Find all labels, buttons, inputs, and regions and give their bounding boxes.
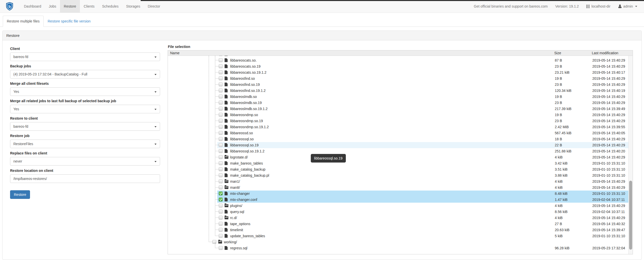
restore-to-client-select[interactable]: bareos-fd — [10, 122, 160, 131]
file-name[interactable]: libbareoscats.so.19.1.2 — [230, 69, 266, 75]
file-checkbox[interactable] — [219, 179, 223, 183]
director-menu[interactable]: localhost-dir — [582, 0, 614, 13]
file-row[interactable]: make_catalog_backup3.51 kiB2019-01-10 15… — [168, 166, 633, 172]
dir-row[interactable]: plugins/4 kiB2019-05-14 15:40:29 — [168, 203, 633, 209]
file-checkbox[interactable] — [219, 101, 223, 104]
file-name[interactable]: timelimit — [230, 227, 243, 233]
file-checkbox[interactable] — [219, 246, 223, 250]
file-checkbox[interactable] — [219, 89, 223, 92]
file-checkbox[interactable] — [219, 155, 223, 159]
file-row[interactable]: libbareosndmp.so.19.1.22.42 MiB2019-05-1… — [168, 124, 633, 130]
merge-related-jobs-select[interactable]: Yes — [10, 105, 160, 113]
file-name[interactable]: make_bareos_tables — [230, 160, 263, 166]
file-name[interactable]: man1/ — [230, 178, 240, 184]
dir-row[interactable]: rc.d/4 kiB2019-05-14 15:40:29 — [168, 215, 633, 221]
file-checkbox[interactable] — [219, 107, 223, 111]
file-checkbox[interactable] — [219, 143, 223, 147]
user-menu[interactable]: admin — [614, 0, 641, 13]
file-row[interactable]: libbareossd.so567.45 kiB2019-05-14 15:40… — [168, 130, 633, 136]
file-row[interactable]: timelimit20.63 kiB2019-05-14 15:39:47 — [168, 227, 633, 233]
file-row[interactable]: libbareossql.so.1922 B2019-05-14 15:40:2… — [168, 142, 633, 148]
file-checkbox[interactable] — [219, 210, 223, 214]
file-name[interactable]: libbareosfind.so — [230, 75, 255, 82]
file-name[interactable]: libbareosndmp.so.19 — [230, 118, 263, 124]
tab-restore-multiple-files[interactable]: Restore multiple files — [3, 16, 44, 27]
nav-item-director[interactable]: Director — [144, 0, 164, 13]
file-name[interactable]: libbareosfind.so.19.1.2 — [230, 88, 266, 94]
replace-files-select[interactable]: never — [10, 157, 160, 166]
file-checkbox[interactable] — [219, 149, 223, 153]
file-checkbox[interactable] — [219, 234, 223, 238]
file-name[interactable]: libbareoscats.so.19 — [230, 63, 261, 69]
nav-item-storages[interactable]: Storages — [122, 0, 144, 13]
file-checkbox[interactable] — [219, 64, 223, 68]
file-checkbox[interactable] — [219, 222, 223, 226]
file-name[interactable]: libbareosndmp.so.19.1.2 — [230, 124, 269, 130]
file-checkbox[interactable] — [219, 137, 223, 141]
file-checkbox[interactable] — [219, 56, 223, 56]
file-name[interactable]: plugins/ — [230, 203, 242, 209]
file-row[interactable]: libbareosndmp.so19 B2019-05-14 15:40:29 — [168, 112, 633, 118]
dir-row[interactable]: man8/4 kiB2019-05-14 15:40:29 — [168, 184, 633, 191]
dir-row[interactable]: man1/4 kiB2019-05-14 15:40:29 — [168, 178, 633, 184]
file-checkbox[interactable] — [219, 228, 223, 232]
dir-row[interactable]: working/ — [168, 239, 633, 245]
file-checkbox[interactable] — [219, 204, 223, 207]
file-checkbox[interactable] — [219, 119, 223, 123]
file-row[interactable]: mtx-changer.conf1.47 kiB2019-02-04 10:37… — [168, 197, 633, 203]
file-name[interactable]: query.sql — [230, 209, 244, 215]
file-name[interactable]: make_catalog_backup — [230, 166, 265, 172]
file-row[interactable]: libbareosfind.so.1923 B2019-05-14 15:40:… — [168, 82, 633, 88]
restore-job-select[interactable]: RestoreFiles — [10, 140, 160, 148]
file-name[interactable]: update_bareos_tables — [230, 233, 265, 239]
file-row[interactable]: libbareoscats.so.1923 B2019-05-14 15:40:… — [168, 63, 633, 69]
file-checkbox[interactable] — [219, 198, 223, 201]
file-name[interactable]: libbareossd.so — [230, 130, 253, 136]
nav-item-restore[interactable]: Restore — [60, 0, 80, 13]
file-row[interactable]: regress.sql96.28 kiB2019-05-23 17:32:04 — [168, 245, 633, 251]
file-row[interactable]: libbareosndmp.so.1923 B2019-05-14 15:40:… — [168, 118, 633, 124]
file-name[interactable]: libbareosfind.so.19 — [230, 82, 260, 88]
file-checkbox[interactable] — [219, 70, 223, 74]
file-checkbox[interactable] — [219, 131, 223, 135]
file-checkbox[interactable] — [219, 173, 223, 177]
bareos-logo[interactable]: b — [0, 0, 17, 13]
file-row[interactable]: tape_options27 B2019-05-14 15:40:32 — [168, 221, 633, 227]
file-row[interactable]: libbareosfind.so19 B2019-05-14 15:40:29 — [168, 75, 633, 82]
file-checkbox[interactable] — [219, 192, 223, 195]
file-row[interactable]: libbareosfind.so.19.1.2120.34 kiB2019-05… — [168, 88, 633, 94]
file-name[interactable]: mtx-changer — [230, 191, 250, 197]
file-name[interactable]: make_catalog_backup.pl — [230, 172, 269, 178]
tab-restore-specific-file-version[interactable]: Restore specific file version — [44, 16, 95, 27]
column-header-size[interactable]: Size — [554, 50, 592, 56]
file-checkbox[interactable] — [219, 216, 223, 220]
nav-item-jobs[interactable]: Jobs — [45, 0, 60, 13]
support-link[interactable]: Get official binaries and support on bar… — [470, 0, 551, 13]
file-row[interactable]: query.sql8.56 kiB2019-02-04 10:37:11 — [168, 209, 633, 215]
file-name[interactable]: libbareoslmdb.so.19 — [230, 100, 262, 106]
file-row[interactable]: libbareoslmdb.so.1923 B2019-05-14 15:40:… — [168, 100, 633, 106]
vertical-scrollbar[interactable] — [628, 56, 633, 254]
file-checkbox[interactable] — [219, 76, 223, 80]
file-name[interactable]: working/ — [224, 239, 237, 245]
file-row[interactable]: libbareossql.so18 B2019-05-14 15:40:29 — [168, 136, 633, 142]
merge-filesets-select[interactable]: Yes — [10, 87, 160, 96]
scrollbar-thumb[interactable] — [629, 181, 632, 250]
column-header-last-modification[interactable]: Last modification — [592, 50, 633, 56]
backup-jobs-select[interactable]: (4) 2019-05-23 17:32:04 - BackupCatalog … — [10, 70, 160, 78]
file-name[interactable]: libbareossql.so — [230, 136, 254, 142]
file-name[interactable]: libbareossql.so.19 — [230, 142, 259, 148]
file-row[interactable]: libbareoscats.so.87 B2019-05-14 15:40:29 — [168, 57, 633, 63]
file-checkbox[interactable] — [219, 161, 223, 165]
file-name[interactable]: libbareossql.so.19.1.2 — [230, 148, 264, 154]
restore-button[interactable]: Restore — [10, 190, 30, 199]
file-name[interactable]: rc.d/ — [230, 215, 237, 221]
nav-item-schedules[interactable]: Schedules — [98, 0, 122, 13]
file-checkbox[interactable] — [219, 58, 223, 62]
file-checkbox[interactable] — [219, 113, 223, 117]
nav-item-clients[interactable]: Clients — [80, 0, 98, 13]
file-checkbox[interactable] — [219, 125, 223, 129]
file-checkbox[interactable] — [219, 167, 223, 171]
file-row[interactable]: libbareoscats.so.19.1.223.21 kiB2019-05-… — [168, 69, 633, 75]
file-name[interactable]: libbareoslmdb.so.19.1.2 — [230, 106, 268, 112]
